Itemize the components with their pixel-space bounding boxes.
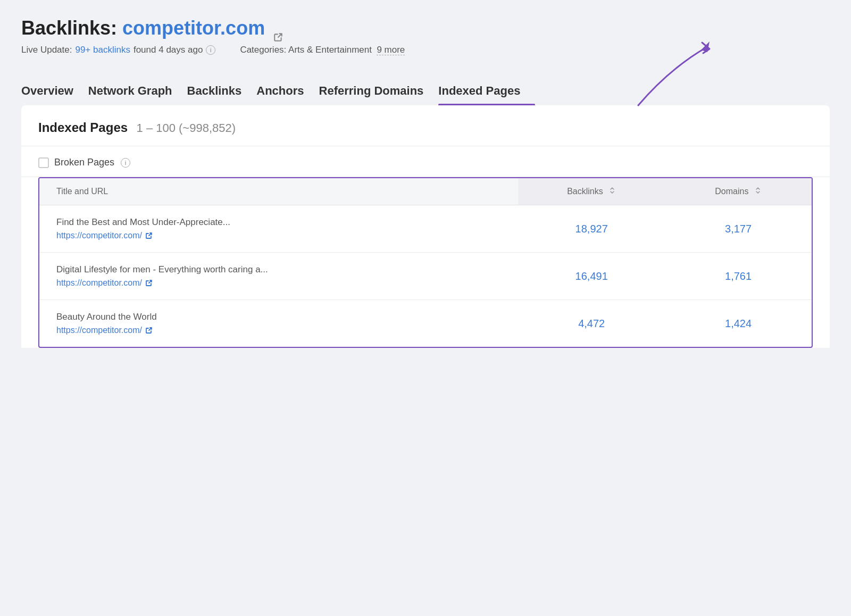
indexed-pages-table: Title and URL Backlinks — [39, 178, 812, 347]
td-domains-1[interactable]: 3,177 — [665, 205, 812, 253]
more-link[interactable]: 9 more — [377, 45, 405, 55]
backlinks-count[interactable]: 99+ backlinks — [75, 45, 130, 55]
td-title-url-1: Find the Best and Most Under-Appreciate.… — [39, 205, 518, 253]
external-link-icon-1 — [145, 232, 153, 239]
live-update-prefix: Live Update: — [21, 45, 72, 55]
col-backlinks[interactable]: Backlinks — [518, 178, 665, 205]
table-body: Find the Best and Most Under-Appreciate.… — [39, 205, 812, 347]
row-title-1: Find the Best and Most Under-Appreciate.… — [56, 217, 501, 228]
td-backlinks-1[interactable]: 18,927 — [518, 205, 665, 253]
domains-sort-icon[interactable] — [754, 187, 762, 196]
col-domains-label: Domains — [715, 187, 748, 196]
tab-overview[interactable]: Overview — [21, 79, 88, 105]
td-domains-3[interactable]: 1,424 — [665, 300, 812, 347]
tab-referring-domains[interactable]: Referring Domains — [319, 79, 439, 105]
indexed-pages-header: Indexed Pages 1 – 100 (~998,852) — [21, 105, 830, 146]
url-text-2: https://competitor.com/ — [56, 278, 142, 288]
categories-label: Categories: Arts & Entertainment — [240, 45, 372, 55]
col-title-url: Title and URL — [39, 178, 518, 205]
broken-pages-label: Broken Pages — [54, 157, 114, 168]
info-icon[interactable]: i — [206, 45, 215, 55]
table-row: Find the Best and Most Under-Appreciate.… — [39, 205, 812, 253]
td-backlinks-2[interactable]: 16,491 — [518, 253, 665, 300]
backlinks-sort-icon[interactable] — [608, 187, 616, 196]
row-url-3[interactable]: https://competitor.com/ — [56, 326, 501, 335]
broken-pages-checkbox[interactable] — [38, 157, 49, 168]
live-update-suffix: found 4 days ago — [134, 45, 203, 55]
categories-text: Categories: Arts & Entertainment 9 more — [240, 45, 405, 55]
td-title-url-3: Beauty Around the World https://competit… — [39, 300, 518, 347]
col-backlinks-label: Backlinks — [567, 187, 603, 196]
nav-tabs: Overview Network Graph Backlinks Anchors… — [21, 79, 830, 105]
td-backlinks-3[interactable]: 4,472 — [518, 300, 665, 347]
row-url-2[interactable]: https://competitor.com/ — [56, 278, 501, 288]
header-section: Backlinks: competitor.com Live Update: 9… — [21, 17, 830, 66]
url-text-1: https://competitor.com/ — [56, 231, 142, 240]
external-link-icon-2 — [145, 279, 153, 287]
row-title-3: Beauty Around the World — [56, 312, 501, 322]
broken-pages-info-icon[interactable]: i — [121, 158, 130, 168]
table-row: Digital Lifestyle for men - Everything w… — [39, 253, 812, 300]
indexed-pages-count: 1 – 100 (~998,852) — [137, 121, 236, 135]
external-link-icon-3 — [145, 327, 153, 334]
page-wrapper: Backlinks: competitor.com Live Update: 9… — [0, 0, 851, 348]
main-content: Indexed Pages 1 – 100 (~998,852) Broken … — [21, 105, 830, 348]
indexed-pages-title: Indexed Pages — [38, 120, 128, 135]
broken-pages-filter[interactable]: Broken Pages — [38, 157, 114, 168]
title-prefix: Backlinks: — [21, 17, 122, 39]
tab-backlinks[interactable]: Backlinks — [187, 79, 257, 105]
tab-anchors[interactable]: Anchors — [256, 79, 319, 105]
table-header-row: Title and URL Backlinks — [39, 178, 812, 205]
external-link-icon[interactable] — [273, 24, 283, 34]
filter-row: Broken Pages i — [21, 146, 830, 177]
table-outer: Title and URL Backlinks — [21, 177, 830, 348]
td-title-url-2: Digital Lifestyle for men - Everything w… — [39, 253, 518, 300]
row-url-1[interactable]: https://competitor.com/ — [56, 231, 501, 240]
col-domains[interactable]: Domains — [665, 178, 812, 205]
domain-link[interactable]: competitor.com — [122, 17, 265, 39]
url-text-3: https://competitor.com/ — [56, 326, 142, 335]
live-update-bar: Live Update: 99+ backlinks found 4 days … — [21, 45, 830, 55]
col-title-url-label: Title and URL — [56, 187, 108, 196]
tab-network-graph[interactable]: Network Graph — [88, 79, 187, 105]
td-domains-2[interactable]: 1,761 — [665, 253, 812, 300]
page-title: Backlinks: competitor.com — [21, 17, 830, 39]
tab-indexed-pages[interactable]: Indexed Pages — [438, 79, 535, 105]
row-title-2: Digital Lifestyle for men - Everything w… — [56, 264, 501, 275]
table-row: Beauty Around the World https://competit… — [39, 300, 812, 347]
table-highlight-wrapper: Title and URL Backlinks — [38, 177, 813, 348]
